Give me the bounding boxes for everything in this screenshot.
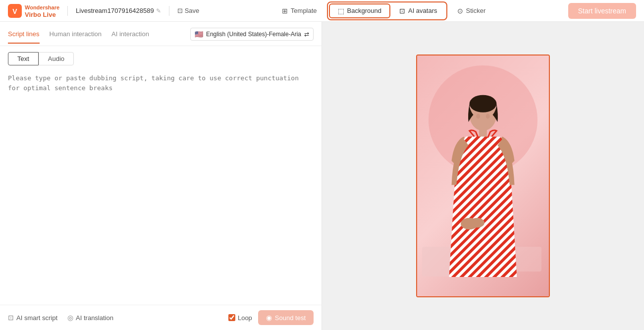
ai-avatars-label: AI avatars (408, 7, 437, 14)
loop-label: Loop (238, 314, 252, 322)
template-icon: ⊞ (282, 7, 288, 15)
header: V Wondershare Virbo Live Livestream17079… (0, 0, 644, 22)
header-left: V Wondershare Virbo Live Livestream17079… (8, 3, 199, 18)
header-right: Start livestream (568, 3, 636, 19)
ai-avatars-tab[interactable]: ⊡ AI avatars (391, 4, 445, 17)
audio-tab[interactable]: Audio (39, 52, 74, 65)
bottom-bar: ⊡ AI smart script ◎ AI translation Loop … (0, 305, 322, 330)
text-tab[interactable]: Text (8, 52, 39, 65)
loop-checkbox[interactable] (228, 314, 235, 321)
ai-translation-label: AI translation (76, 314, 113, 322)
save-button[interactable]: ⊡ Save (177, 7, 200, 14)
ai-smart-script-icon: ⊡ (8, 314, 14, 322)
type-tabs: Text Audio (0, 46, 322, 65)
ai-translation-button[interactable]: ◎ AI translation (67, 314, 113, 322)
ai-smart-script-button[interactable]: ⊡ AI smart script (8, 314, 57, 322)
left-panel: Script lines Human interaction AI intera… (0, 22, 322, 330)
livestream-name: Livestream1707916428589 (76, 7, 154, 14)
human-interaction-tab[interactable]: Human interaction (50, 30, 102, 44)
avatar-background (417, 55, 549, 296)
avatar-container (416, 55, 550, 297)
bottom-left: ⊡ AI smart script ◎ AI translation (8, 314, 113, 322)
ai-avatars-icon: ⊡ (399, 7, 405, 15)
ai-smart-script-label: AI smart script (16, 314, 57, 322)
script-tabs: Script lines Human interaction AI intera… (0, 22, 322, 46)
loop-checkbox-label[interactable]: Loop (228, 314, 252, 322)
logo-icon: V (8, 4, 22, 18)
avatar-person (433, 88, 533, 296)
background-avatars-group: ⬚ Background ⊡ AI avatars (327, 1, 447, 20)
voice-selector[interactable]: 🇺🇸 English (United States)-Female-Aria ⇄ (190, 28, 314, 41)
start-livestream-button[interactable]: Start livestream (568, 3, 636, 19)
ai-interaction-tab[interactable]: AI interaction (111, 30, 149, 44)
voice-selector-arrows-icon: ⇄ (304, 31, 309, 38)
divider2 (169, 6, 169, 16)
script-area (0, 65, 322, 305)
bottom-right: Loop ◉ Sound test (228, 310, 314, 325)
main: Script lines Human interaction AI intera… (0, 22, 644, 330)
header-center: ⊞ Template ⬚ Background ⊡ AI avatars ⊙ S… (274, 1, 493, 20)
template-label: Template (291, 7, 317, 14)
background-label: Background (347, 7, 381, 14)
sticker-tab[interactable]: ⊙ Sticker (449, 4, 494, 17)
edit-icon[interactable]: ✎ (156, 7, 161, 14)
right-panel (322, 22, 644, 330)
logo-text: Wondershare Virbo Live (25, 3, 59, 18)
logo: V Wondershare Virbo Live (8, 3, 59, 18)
voice-selector-label: English (United States)-Female-Aria (206, 31, 301, 38)
save-icon: ⊡ (177, 7, 183, 14)
svg-point-5 (470, 95, 497, 112)
background-icon: ⬚ (338, 7, 344, 15)
sound-test-label: Sound test (275, 314, 306, 322)
svg-point-10 (486, 114, 490, 119)
sticker-icon: ⊙ (457, 7, 463, 15)
sound-test-button[interactable]: ◉ Sound test (258, 310, 314, 325)
sticker-label: Sticker (466, 7, 486, 14)
save-label: Save (185, 7, 200, 14)
script-lines-tab[interactable]: Script lines (8, 30, 40, 44)
sound-icon: ◉ (266, 314, 272, 322)
flag-icon: 🇺🇸 (195, 30, 203, 38)
ai-translation-icon: ◎ (67, 314, 73, 322)
script-textarea[interactable] (8, 73, 314, 297)
livestream-title: Livestream1707916428589 ✎ (76, 7, 161, 14)
template-tab[interactable]: ⊞ Template (274, 4, 325, 17)
divider (67, 6, 68, 16)
background-tab[interactable]: ⬚ Background (329, 3, 390, 18)
svg-point-9 (476, 114, 480, 119)
svg-point-8 (470, 218, 484, 228)
svg-text:V: V (12, 7, 17, 15)
